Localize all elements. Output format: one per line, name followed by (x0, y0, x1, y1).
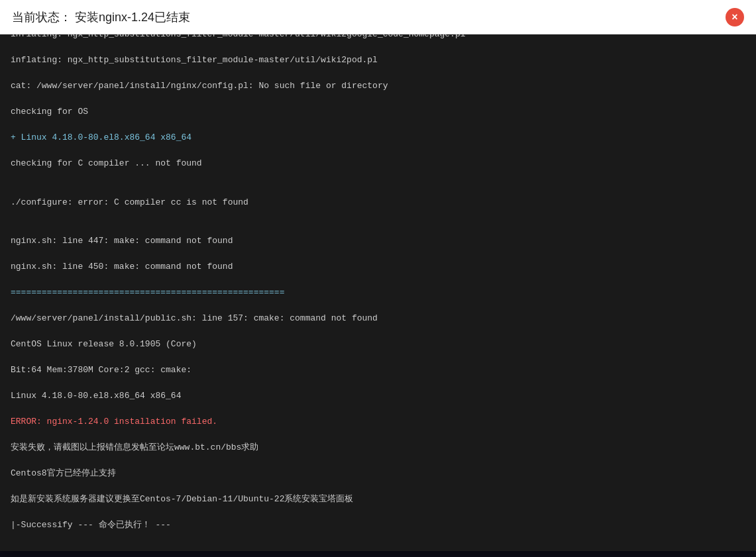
install-modal: 当前状态： 安装nginx-1.24已结束 × inflating: ngx_h… (0, 0, 756, 551)
terminal-line: ========================================… (11, 286, 745, 299)
terminal-line: + Linux 4.18.0-80.el8.x86_64 x86_64 (11, 131, 745, 144)
terminal-line: ./configure: error: C compiler cc is not… (11, 196, 745, 209)
terminal-line: inflating: ngx_http_substitutions_filter… (11, 54, 745, 67)
terminal-line: checking for C compiler ... not found (11, 157, 745, 170)
close-button[interactable]: × (726, 8, 744, 26)
terminal-line: cat: /www/server/panel/install/nginx/con… (11, 79, 745, 93)
terminal-line: nginx.sh: line 447: make: command not fo… (11, 234, 745, 248)
terminal-line: CentOS Linux release 8.0.1905 (Core) (11, 338, 745, 351)
terminal-line: nginx.sh: line 450: make: command not fo… (11, 260, 745, 274)
modal-title: 当前状态： 安装nginx-1.24已结束 (12, 9, 190, 25)
terminal-output: inflating: ngx_http_substitutions_filter… (0, 34, 756, 551)
terminal-line: 如是新安装系统服务器建议更换至Centos-7/Debian-11/Ubuntu… (11, 493, 745, 506)
terminal-line: 安装失败，请截图以上报错信息发帖至论坛www.bt.cn/bbs求助 (11, 441, 745, 454)
modal-overlay: 当前状态： 安装nginx-1.24已结束 × inflating: ngx_h… (0, 0, 756, 557)
terminal-line: Linux 4.18.0-80.el8.x86_64 x86_64 (11, 389, 745, 403)
terminal-line: Centos8官方已经停止支持 (11, 467, 745, 480)
terminal-line: ERROR: nginx-1.24.0 installation failed. (11, 415, 745, 429)
terminal-line: |-Successify --- 命令已执行！ --- (11, 519, 745, 532)
terminal-line: Bit:64 Mem:3780M Core:2 gcc: cmake: (11, 364, 745, 377)
terminal-line: /www/server/panel/install/public.sh: lin… (11, 312, 745, 325)
terminal-line: checking for OS (11, 105, 745, 119)
modal-header: 当前状态： 安装nginx-1.24已结束 × (0, 0, 756, 34)
terminal-line: inflating: ngx_http_substitutions_filter… (11, 34, 745, 41)
